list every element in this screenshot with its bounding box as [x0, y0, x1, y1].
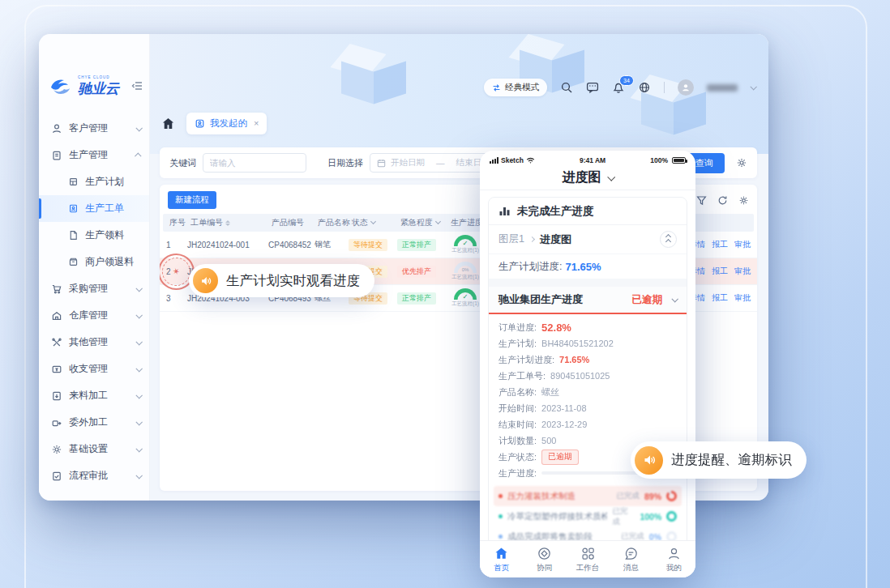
action-report[interactable]: 报工 [712, 239, 728, 250]
chevron-down-icon [135, 365, 142, 372]
action-report[interactable]: 报工 [712, 266, 728, 277]
sidebar-item-label: 生产计划 [85, 175, 124, 189]
new-process-button[interactable]: 新建流程 [168, 191, 216, 209]
sidebar-item-warehouse[interactable]: 仓库管理 [39, 302, 149, 329]
sidebar-item-label: 生产领料 [85, 228, 124, 242]
sidebar-item-label: 仓库管理 [69, 309, 108, 322]
document-icon [68, 230, 79, 241]
chevron-down-icon [135, 125, 142, 131]
header-order[interactable]: 工单编号 [190, 217, 272, 228]
cell-name: 钢笔 [314, 239, 349, 250]
status-badge: 等待提交 [349, 239, 387, 251]
signal-icon [490, 157, 498, 164]
keyword-input[interactable] [203, 153, 306, 173]
message-icon [623, 546, 639, 561]
mode-label: 经典模式 [505, 82, 539, 93]
logo-subtitle: CHYE CLOUD [78, 76, 119, 80]
tab-collaboration[interactable]: 协同 [523, 541, 566, 577]
process-gauge: 0% 工艺流程(1) [447, 262, 483, 281]
action-report[interactable]: 报工 [712, 292, 728, 304]
notifications-bell-icon[interactable]: 34 [612, 81, 625, 94]
sidebar-item-work-order[interactable]: 生产工单 [39, 195, 149, 222]
refresh-icon[interactable] [717, 195, 728, 206]
filter-funnel-icon[interactable] [696, 195, 707, 206]
tab-home[interactable]: 首页 [480, 541, 523, 577]
document-in-icon [51, 390, 62, 402]
chevron-down-icon [135, 445, 142, 452]
screenshot-stage: CHYE CLOUD 驰业云 客户管理 生产管理 生产计划 [0, 0, 890, 588]
message-icon[interactable] [586, 81, 599, 94]
avatar[interactable] [678, 79, 694, 96]
classic-mode-toggle[interactable]: 经典模式 [484, 79, 547, 96]
task-item[interactable]: 冷萃定型塑件焊接技术质检 已完成 100% [494, 506, 682, 526]
group-progress-header[interactable]: 驰业集团生产进度 已逾期 [489, 287, 687, 314]
task-item[interactable]: 压力灌装技术制造 已完成 89% [494, 486, 682, 506]
sort-icon[interactable] [225, 220, 230, 226]
sidebar-item-incoming[interactable]: 来料加工 [39, 382, 149, 409]
date-dash: — [436, 158, 445, 168]
collaboration-icon [537, 546, 552, 561]
close-tab-icon[interactable]: × [254, 118, 259, 128]
banner-illustration [336, 49, 434, 138]
sidebar-item-material-pick[interactable]: 生产领料 [39, 222, 149, 249]
sidebar-nav: 客户管理 生产管理 生产计划 生产工单 生产领料 [39, 115, 149, 496]
priority-badge: 正常排产 [397, 292, 436, 305]
divider [664, 82, 665, 93]
chevron-down-icon [435, 219, 441, 224]
sidebar-item-finance[interactable]: 收支管理 [39, 356, 149, 382]
sidebar-item-label: 流程审批 [69, 469, 108, 483]
sidebar-item-other[interactable]: 其他管理 [39, 329, 149, 356]
action-approve[interactable]: 审批 [734, 292, 751, 304]
workbench-grid-icon [580, 546, 596, 561]
chevron-down-icon [135, 392, 142, 398]
search-icon[interactable] [560, 81, 573, 94]
chevron-up-icon [135, 152, 141, 159]
sidebar-item-label: 商户领退料 [85, 255, 134, 269]
chevron-down-icon [607, 173, 615, 181]
sidebar-item-outsourcing[interactable]: 委外加工 [39, 409, 149, 436]
callout-text: 生产计划实时观看进度 [226, 272, 360, 290]
sidebar-item-customer[interactable]: 客户管理 [39, 115, 149, 142]
tab-bar: 我发起的 × [161, 112, 267, 134]
home-icon [494, 546, 509, 561]
sidebar-item-production-plan[interactable]: 生产计划 [39, 168, 149, 195]
tab-workbench[interactable]: 工作台 [566, 541, 609, 577]
approval-icon [51, 471, 62, 482]
initiated-icon [195, 118, 205, 129]
cell-no: 3 [166, 294, 187, 303]
bullet-icon [498, 494, 503, 498]
sidebar-item-production[interactable]: 生产管理 [39, 142, 149, 168]
overdue-badge: 已逾期 [541, 450, 579, 465]
tab-messages[interactable]: 消息 [610, 541, 653, 577]
overdue-status-label: 已逾期 [632, 293, 663, 307]
banner-illustration [636, 55, 734, 144]
home-icon[interactable] [161, 117, 175, 130]
globe-icon[interactable] [638, 81, 651, 94]
cell-code: CP4068452 [268, 241, 314, 249]
sidebar-item-settings[interactable]: 基础设置 [39, 436, 149, 462]
sidebar-item-merchant-return[interactable]: 商户领退料 [39, 249, 149, 275]
switch-mode-icon [492, 83, 501, 92]
collapse-button[interactable] [660, 231, 677, 248]
tab-my-initiated[interactable]: 我发起的 × [186, 113, 267, 134]
bar-chart-icon [498, 205, 511, 217]
bullet-icon [498, 514, 503, 518]
sidebar-item-purchase[interactable]: 采购管理 [39, 275, 149, 302]
header-status[interactable]: 状态 [352, 217, 400, 228]
filter-settings-gear-icon[interactable] [736, 157, 747, 168]
tab-profile[interactable]: 我的 [653, 541, 695, 577]
feature-callout-overdue: 进度提醒、逾期标识 [631, 441, 807, 479]
username-redacted [707, 84, 738, 92]
sidebar-item-label: 来料加工 [69, 389, 108, 403]
sidebar-item-label: 采购管理 [69, 282, 108, 296]
wifi-icon [526, 157, 535, 164]
breadcrumb-item[interactable]: 图层1 [498, 232, 524, 246]
header-priority[interactable]: 紧急程度 [400, 217, 451, 228]
phone-page-title[interactable]: 进度图 [480, 166, 695, 190]
sidebar-item-approval[interactable]: 流程审批 [39, 462, 149, 489]
action-approve[interactable]: 审批 [734, 266, 751, 277]
table-settings-gear-icon[interactable] [738, 195, 749, 206]
priority-badge: 优先排产 [397, 266, 436, 278]
sidebar-collapse-icon[interactable] [131, 80, 143, 92]
action-approve[interactable]: 审批 [734, 239, 751, 250]
